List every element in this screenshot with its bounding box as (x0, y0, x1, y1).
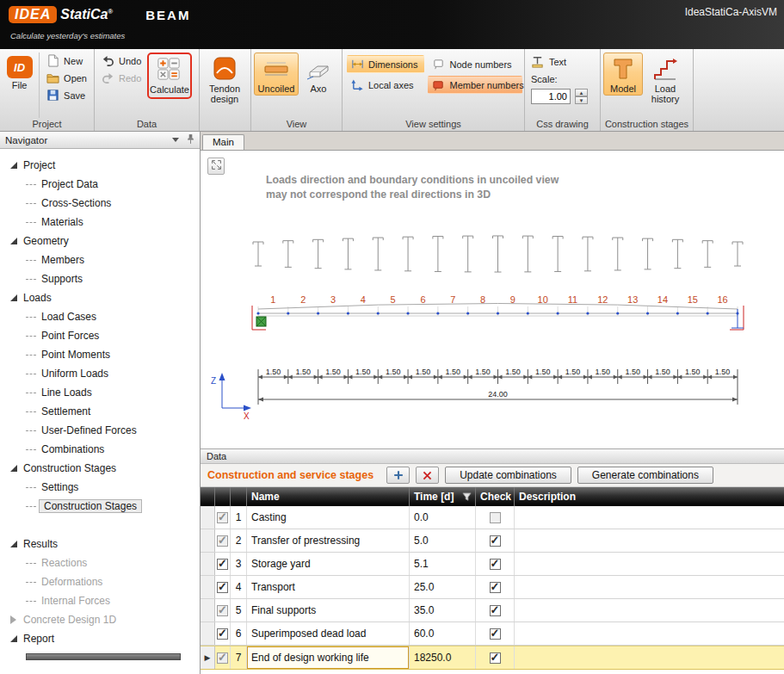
stage-time-cell[interactable]: 60.0 (410, 622, 476, 645)
expand-view-button[interactable] (207, 158, 225, 175)
nav-item-internal-forces[interactable]: Internal Forces (0, 591, 200, 610)
stage-active-checkbox[interactable] (217, 559, 228, 570)
nav-item-reactions[interactable]: Reactions (0, 553, 200, 572)
tab-main[interactable]: Main (202, 134, 244, 150)
expanded-expander-icon[interactable] (10, 294, 17, 301)
nav-item-supports[interactable]: Supports (0, 269, 200, 288)
nav-item-project[interactable]: Project (0, 156, 200, 175)
nav-item-combinations[interactable]: Combinations (0, 440, 200, 459)
stage-check-checkbox[interactable] (490, 652, 501, 664)
expanded-expander-icon[interactable] (10, 162, 17, 169)
row-selector-cell[interactable] (201, 529, 215, 552)
nav-item-user-defined-forces[interactable]: User-Defined Forces (0, 421, 200, 440)
nav-item-geometry[interactable]: Geometry (0, 232, 200, 250)
nav-item-members[interactable]: Members (0, 250, 200, 269)
expanded-expander-icon[interactable] (10, 465, 17, 472)
stage-name-cell[interactable]: Transport (247, 576, 410, 598)
stage-time-cell[interactable]: 35.0 (410, 599, 476, 621)
stage-description-cell[interactable] (515, 506, 784, 529)
delete-stage-button[interactable] (416, 467, 439, 484)
add-stage-button[interactable] (386, 467, 410, 484)
expanded-expander-icon[interactable] (10, 238, 17, 244)
nav-item-deformations[interactable]: Deformations (0, 572, 200, 591)
stage-row[interactable]: 3Storage yard5.1 (201, 553, 784, 576)
stage-time-cell[interactable]: 5.1 (410, 553, 476, 575)
pin-icon[interactable] (187, 133, 194, 146)
stage-row[interactable]: 4Transport25.0 (201, 576, 784, 599)
new-button[interactable]: New (42, 53, 91, 70)
stage-row[interactable]: 6Superimposed dead load60.0 (201, 622, 784, 646)
header-check[interactable]: Check (476, 487, 515, 506)
nav-item-loads[interactable]: Loads (0, 288, 200, 307)
stage-description-cell[interactable] (515, 529, 784, 552)
text-size-button[interactable]: Text (531, 54, 588, 70)
nav-item-point-forces[interactable]: Point Forces (0, 326, 200, 345)
nav-item-uniform-loads[interactable]: Uniform Loads (0, 364, 200, 383)
uncoiled-view-button[interactable]: Uncoiled (254, 53, 299, 96)
stage-description-cell[interactable] (515, 646, 784, 669)
expanded-expander-icon[interactable] (10, 635, 17, 642)
stage-check-checkbox[interactable] (490, 535, 501, 547)
nav-item-construction-stages[interactable]: Construction Stages (0, 459, 200, 478)
stage-description-cell[interactable] (515, 599, 784, 621)
open-button[interactable]: Open (42, 70, 91, 87)
row-selector-cell[interactable] (201, 553, 215, 575)
model-button[interactable]: Model (603, 53, 643, 96)
stage-name-cell[interactable]: Casting (247, 506, 410, 529)
nav-item-cross-sections[interactable]: Cross-Sections (0, 194, 200, 213)
stage-check-checkbox[interactable] (490, 512, 501, 523)
collapsed-expander-icon[interactable] (10, 615, 16, 624)
filter-funnel-icon[interactable] (462, 492, 472, 502)
stage-check-checkbox[interactable] (490, 605, 501, 616)
stage-row[interactable]: ▶7End of design working life18250.0 (201, 646, 784, 670)
stage-time-cell[interactable]: 0.0 (410, 506, 476, 529)
stage-name-cell[interactable]: Superimposed dead load (247, 622, 410, 645)
save-button[interactable]: Save (42, 87, 91, 104)
stage-name-cell[interactable]: Final supports (247, 599, 410, 621)
stage-time-cell[interactable]: 25.0 (410, 576, 476, 598)
stage-active-checkbox[interactable] (217, 605, 228, 616)
dimensions-toggle[interactable]: Dimensions (347, 55, 424, 73)
row-selector-cell[interactable] (201, 506, 215, 529)
navigator-dropdown-icon[interactable] (172, 138, 179, 142)
stage-row[interactable]: 1Casting0.0 (201, 506, 784, 529)
stage-row[interactable]: 5Final supports35.0 (201, 599, 784, 622)
header-description[interactable]: Description (515, 487, 784, 506)
stage-row[interactable]: 2Transfer of prestressing5.0 (201, 529, 784, 553)
nav-item-concrete-design-1d[interactable]: Concrete Design 1D (0, 610, 200, 629)
stage-description-cell[interactable] (515, 622, 784, 645)
member-numbers-toggle[interactable]: Member numbers (428, 76, 522, 94)
partially-visible-nav-item[interactable] (26, 653, 181, 660)
stage-active-checkbox[interactable] (217, 535, 228, 547)
scale-decrease-button[interactable]: ▼ (575, 96, 588, 104)
row-selector-cell[interactable] (201, 622, 215, 645)
nav-item-load-cases[interactable]: Load Cases (0, 307, 200, 326)
header-time[interactable]: Time [d] (410, 487, 476, 506)
stage-time-cell[interactable]: 5.0 (410, 529, 476, 552)
redo-button[interactable]: Redo (97, 70, 147, 87)
update-combinations-button[interactable]: Update combinations (445, 467, 571, 484)
stage-active-checkbox[interactable] (217, 582, 228, 593)
node-numbers-toggle[interactable]: Node numbers (428, 55, 522, 73)
nav-item-report[interactable]: Report (0, 629, 200, 648)
row-selector-cell[interactable]: ▶ (201, 646, 215, 669)
stage-name-cell[interactable]: Storage yard (247, 553, 410, 575)
stage-check-checkbox[interactable] (490, 628, 501, 640)
tendon-design-button[interactable]: Tendon design (202, 53, 247, 106)
stage-time-cell[interactable]: 18250.0 (410, 646, 476, 669)
nav-item-settlement[interactable]: Settlement (0, 402, 200, 421)
stage-active-checkbox[interactable] (217, 512, 228, 523)
nav-item-construction-stages[interactable]: Construction Stages (0, 497, 200, 516)
nav-item-line-loads[interactable]: Line Loads (0, 383, 200, 402)
stage-active-checkbox[interactable] (217, 628, 228, 640)
stage-description-cell[interactable] (515, 576, 784, 598)
header-name[interactable]: Name (247, 487, 410, 506)
row-selector-cell[interactable] (201, 599, 215, 621)
undo-button[interactable]: Undo (97, 53, 147, 70)
calculate-button[interactable]: Calculate (150, 55, 189, 96)
stage-check-checkbox[interactable] (490, 582, 501, 593)
generate-combinations-button[interactable]: Generate combinations (577, 467, 713, 484)
scale-input[interactable] (531, 89, 571, 104)
stage-name-cell[interactable]: Transfer of prestressing (247, 529, 410, 552)
nav-item-project-data[interactable]: Project Data (0, 175, 200, 194)
